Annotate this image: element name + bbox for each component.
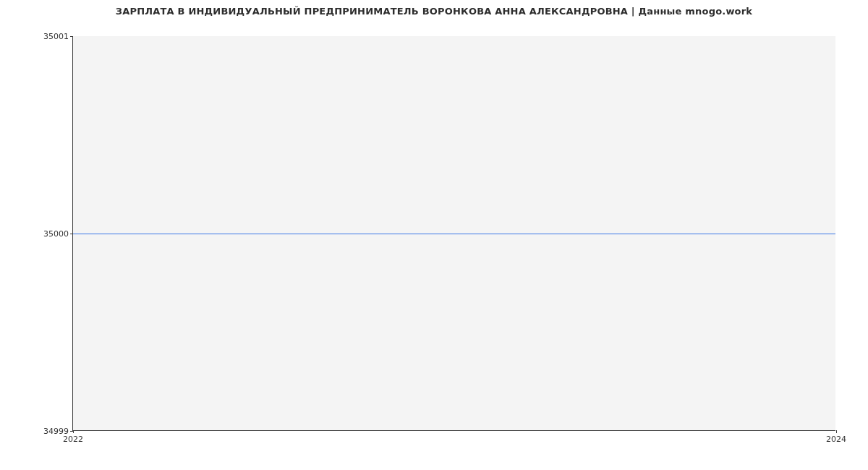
y-tick-mark: [70, 36, 73, 37]
x-tick-mark: [73, 430, 74, 433]
y-tick-label: 35000: [43, 229, 73, 239]
chart-container: ЗАРПЛАТА В ИНДИВИДУАЛЬНЫЙ ПРЕДПРИНИМАТЕЛ…: [0, 0, 868, 470]
series-line: [73, 234, 835, 234]
plot-area: 34999350003500120222024: [72, 36, 835, 431]
x-tick-mark: [836, 430, 837, 433]
y-tick-label: 35001: [43, 32, 73, 41]
chart-title: ЗАРПЛАТА В ИНДИВИДУАЛЬНЫЙ ПРЕДПРИНИМАТЕЛ…: [0, 6, 868, 17]
